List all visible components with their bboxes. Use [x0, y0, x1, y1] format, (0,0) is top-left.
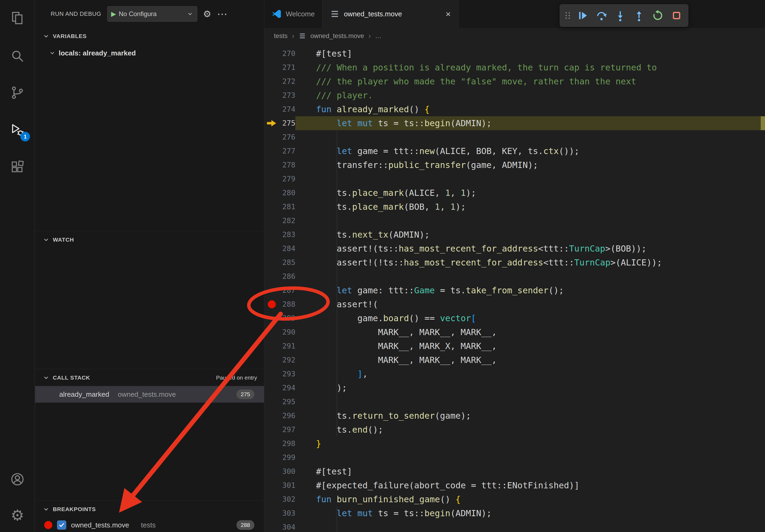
gutter-glyph[interactable]: [264, 520, 279, 532]
gutter-glyph[interactable]: [264, 130, 279, 144]
gutter-glyph[interactable]: [264, 75, 279, 89]
gutter-glyph[interactable]: [264, 158, 279, 172]
gutter-glyph[interactable]: [264, 464, 279, 478]
code-text[interactable]: ts.return_to_sender(game);: [296, 409, 765, 423]
activity-source-control[interactable]: [0, 79, 35, 107]
call-stack-section-header[interactable]: CALL STACK Paused on entry: [35, 369, 264, 386]
gutter-glyph[interactable]: [264, 186, 279, 200]
code-text[interactable]: fun burn_unfinished_game() {: [296, 492, 765, 506]
code-text[interactable]: ts.end();: [296, 423, 765, 437]
gutter-glyph[interactable]: [264, 492, 279, 506]
step-out-button[interactable]: [631, 7, 647, 24]
step-over-button[interactable]: [593, 7, 610, 24]
gutter-glyph[interactable]: [264, 102, 279, 116]
variables-scope-row[interactable]: locals: already_marked: [35, 45, 264, 62]
debug-gear-icon[interactable]: ⚙: [203, 9, 211, 19]
code-text[interactable]: /// When a position is already marked, t…: [296, 61, 765, 75]
code-text[interactable]: assert!(ts::has_most_recent_for_address<…: [296, 242, 765, 256]
code-text[interactable]: fun already_marked() {: [296, 102, 765, 116]
gutter-glyph[interactable]: [264, 242, 279, 256]
code-text[interactable]: [296, 214, 765, 228]
code-text[interactable]: [296, 269, 765, 283]
activity-settings[interactable]: ⚙: [0, 501, 35, 529]
gutter-glyph[interactable]: [264, 395, 279, 409]
code-text[interactable]: #[test]: [296, 47, 765, 61]
gutter-glyph[interactable]: [264, 283, 279, 297]
code-text[interactable]: MARK__, MARK__, MARK__,: [296, 353, 765, 367]
breakpoint-item[interactable]: owned_tests.move tests 288: [35, 518, 264, 532]
code-text[interactable]: [296, 520, 765, 532]
call-stack-frame[interactable]: already_marked owned_tests.move 275: [35, 386, 264, 402]
gripper-icon[interactable]: [563, 9, 572, 22]
code-text[interactable]: ],: [296, 367, 765, 381]
gutter-glyph[interactable]: [264, 506, 279, 520]
activity-accounts[interactable]: [0, 465, 35, 493]
chevron-down-icon: [187, 11, 193, 17]
code-text[interactable]: #[test]: [296, 464, 765, 478]
breakpoint-glyph[interactable]: [264, 297, 279, 311]
code-text[interactable]: MARK__, MARK__, MARK__,: [296, 325, 765, 339]
code-text[interactable]: game.board() == vector[: [296, 311, 765, 325]
activity-extensions[interactable]: [0, 153, 35, 181]
code-line-285: 285 assert!(!ts::has_most_recent_for_add…: [264, 256, 765, 269]
gutter-glyph[interactable]: [264, 256, 279, 269]
breakpoints-section-header[interactable]: BREAKPOINTS: [35, 500, 264, 518]
start-debugging-icon[interactable]: ▶: [111, 10, 116, 18]
code-text[interactable]: let mut ts = ts::begin(ADMIN);: [296, 116, 765, 130]
code-lines[interactable]: 270#[test]271/// When a position is alre…: [264, 0, 765, 532]
more-actions-icon[interactable]: ⋯: [217, 8, 227, 20]
gutter-glyph[interactable]: [264, 311, 279, 325]
code-text[interactable]: }: [296, 437, 765, 450]
code-text[interactable]: assert!(: [296, 297, 765, 311]
code-text[interactable]: /// player.: [296, 89, 765, 102]
activity-explorer[interactable]: [0, 4, 35, 32]
breakpoint-checkbox[interactable]: [57, 520, 66, 530]
code-text[interactable]: /// the player who made the "false" move…: [296, 75, 765, 89]
gutter-glyph[interactable]: [264, 353, 279, 367]
gutter-glyph[interactable]: [264, 144, 279, 158]
gutter-glyph[interactable]: [264, 437, 279, 450]
code-text[interactable]: let game = ttt::new(ALICE, BOB, KEY, ts.…: [296, 144, 765, 158]
gutter-glyph[interactable]: [264, 450, 279, 464]
gutter-glyph[interactable]: [264, 200, 279, 214]
code-text[interactable]: let game: ttt::Game = ts.take_from_sende…: [296, 283, 765, 297]
activity-search[interactable]: [0, 42, 35, 70]
gutter-glyph[interactable]: [264, 409, 279, 423]
code-text[interactable]: ts.next_tx(ADMIN);: [296, 228, 765, 242]
stop-button[interactable]: [668, 7, 685, 24]
gutter-glyph[interactable]: [264, 325, 279, 339]
code-text[interactable]: [296, 395, 765, 409]
current-line-glyph[interactable]: [264, 116, 279, 130]
gutter-glyph[interactable]: [264, 47, 279, 61]
gutter-glyph[interactable]: [264, 367, 279, 381]
code-text[interactable]: ts.place_mark(BOB, 1, 1);: [296, 200, 765, 214]
gutter-glyph[interactable]: [264, 339, 279, 353]
debug-config-dropdown[interactable]: ▶ No Configura: [107, 6, 197, 22]
gutter-glyph[interactable]: [264, 214, 279, 228]
code-text[interactable]: [296, 172, 765, 186]
restart-button[interactable]: [649, 7, 666, 24]
gutter-glyph[interactable]: [264, 89, 279, 102]
code-text[interactable]: ts.place_mark(ALICE, 1, 1);: [296, 186, 765, 200]
code-text[interactable]: [296, 130, 765, 144]
continue-button[interactable]: [574, 7, 591, 24]
step-into-button[interactable]: [612, 7, 629, 24]
variables-section-header[interactable]: VARIABLES: [35, 28, 264, 45]
watch-section-header[interactable]: WATCH: [35, 231, 264, 248]
code-text[interactable]: MARK__, MARK_X, MARK__,: [296, 339, 765, 353]
gutter-glyph[interactable]: [264, 61, 279, 75]
gutter-glyph[interactable]: [264, 423, 279, 437]
activity-run-and-debug[interactable]: 1: [0, 116, 35, 144]
code-text[interactable]: transfer::public_transfer(game, ADMIN);: [296, 158, 765, 172]
gutter-glyph[interactable]: [264, 269, 279, 283]
gutter-glyph[interactable]: [264, 381, 279, 395]
gutter-glyph[interactable]: [264, 478, 279, 492]
code-text[interactable]: let mut ts = ts::begin(ADMIN);: [296, 506, 765, 520]
code-text[interactable]: #[expected_failure(abort_code = ttt::ENo…: [296, 478, 765, 492]
gutter-glyph[interactable]: [264, 228, 279, 242]
code-text[interactable]: [296, 450, 765, 464]
code-text[interactable]: assert!(!ts::has_most_recent_for_address…: [296, 256, 765, 269]
source-control-icon: [10, 86, 25, 100]
code-text[interactable]: );: [296, 381, 765, 395]
gutter-glyph[interactable]: [264, 172, 279, 186]
